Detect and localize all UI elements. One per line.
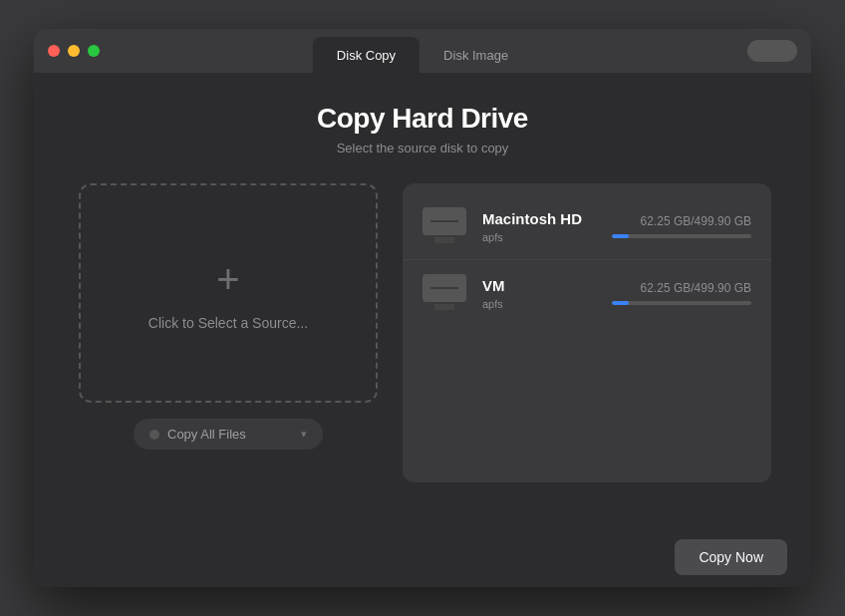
disk-item[interactable]: Macintosh HD apfs 62.25 GB/499.90 GB <box>403 193 771 260</box>
page-subtitle: Select the source disk to copy <box>337 141 509 155</box>
copy-mode-left: Copy All Files <box>149 427 246 442</box>
disk-name: VM <box>482 277 596 294</box>
tab-bar: Disk Copy Disk Image <box>313 29 532 73</box>
maximize-button[interactable] <box>88 45 100 57</box>
close-button[interactable] <box>48 45 60 57</box>
source-zone: + Click to Select a Source... Copy All F… <box>74 183 383 450</box>
minimize-button[interactable] <box>68 45 80 57</box>
disk-name: Macintosh HD <box>482 210 596 227</box>
page-title: Copy Hard Drive <box>317 103 528 135</box>
tab-disk-image[interactable]: Disk Image <box>420 37 532 73</box>
traffic-lights <box>48 45 100 57</box>
chevron-down-icon: ▾ <box>301 428 307 441</box>
disk-picker: Macintosh HD apfs 62.25 GB/499.90 GB <box>403 183 771 482</box>
disk-progress-bar <box>612 301 751 305</box>
disk-progress-bar <box>612 234 751 238</box>
disk-drive-icon <box>422 207 466 245</box>
content-row: + Click to Select a Source... Copy All F… <box>74 183 771 482</box>
main-content: Copy Hard Drive Select the source disk t… <box>34 73 811 527</box>
copy-now-button[interactable]: Copy Now <box>675 539 787 575</box>
bottom-bar: Copy Now <box>34 527 811 587</box>
disk-info: 62.25 GB/499.90 GB <box>612 214 751 238</box>
disk-fs: apfs <box>482 231 596 243</box>
tab-disk-copy[interactable]: Disk Copy <box>313 37 420 73</box>
disk-size: 62.25 GB/499.90 GB <box>612 281 751 295</box>
copy-mode-label: Copy All Files <box>167 427 246 442</box>
toggle-switch[interactable] <box>747 40 797 62</box>
disk-info: 62.25 GB/499.90 GB <box>612 281 751 305</box>
disk-fs: apfs <box>482 298 596 310</box>
disk-progress-fill <box>612 234 629 238</box>
disk-list: Macintosh HD apfs 62.25 GB/499.90 GB <box>403 183 771 336</box>
disk-progress-fill <box>612 301 629 305</box>
plus-icon: + <box>204 255 252 303</box>
copy-mode-button[interactable]: Copy All Files ▾ <box>134 419 323 450</box>
source-drop-area[interactable]: + Click to Select a Source... <box>79 183 378 403</box>
disk-label-group: Macintosh HD apfs <box>482 210 596 243</box>
drop-label: Click to Select a Source... <box>148 315 308 331</box>
disk-size: 62.25 GB/499.90 GB <box>612 214 751 228</box>
copy-mode-dot-icon <box>149 430 159 440</box>
disk-label-group: VM apfs <box>482 277 596 310</box>
disk-item[interactable]: VM apfs 62.25 GB/499.90 GB <box>403 260 771 326</box>
app-window: Disk Copy Disk Image Copy Hard Drive Sel… <box>34 29 811 587</box>
titlebar: Disk Copy Disk Image <box>34 29 811 73</box>
disk-drive-icon <box>422 274 466 312</box>
